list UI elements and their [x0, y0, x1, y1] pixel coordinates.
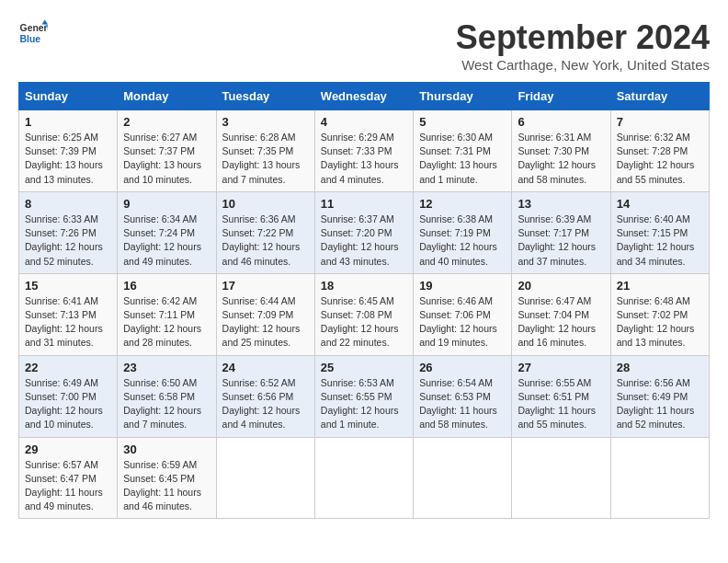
day-info: Sunrise: 6:29 AM Sunset: 7:33 PM Dayligh…: [321, 131, 407, 187]
calendar-cell: 1Sunrise: 6:25 AM Sunset: 7:39 PM Daylig…: [19, 110, 118, 192]
day-info: Sunrise: 6:50 AM Sunset: 6:58 PM Dayligh…: [123, 376, 210, 432]
calendar-cell: 30Sunrise: 6:59 AM Sunset: 6:45 PM Dayli…: [118, 437, 216, 519]
calendar-cell: 24Sunrise: 6:52 AM Sunset: 6:56 PM Dayli…: [216, 355, 314, 437]
day-number: 13: [518, 197, 604, 211]
calendar-cell: [314, 437, 413, 519]
day-info: Sunrise: 6:45 AM Sunset: 7:08 PM Dayligh…: [321, 294, 407, 350]
day-number: 17: [222, 279, 309, 293]
calendar-cell: [216, 437, 314, 519]
calendar-cell: 15Sunrise: 6:41 AM Sunset: 7:13 PM Dayli…: [19, 273, 118, 355]
day-number: 25: [321, 361, 407, 374]
day-info: Sunrise: 6:47 AM Sunset: 7:04 PM Dayligh…: [518, 294, 604, 350]
day-number: 29: [25, 442, 111, 456]
day-number: 14: [617, 197, 703, 211]
day-info: Sunrise: 6:54 AM Sunset: 6:53 PM Dayligh…: [419, 376, 506, 432]
calendar-cell: 27Sunrise: 6:55 AM Sunset: 6:51 PM Dayli…: [512, 355, 610, 437]
day-info: Sunrise: 6:37 AM Sunset: 7:20 PM Dayligh…: [321, 213, 407, 269]
calendar-cell: 25Sunrise: 6:53 AM Sunset: 6:55 PM Dayli…: [314, 355, 413, 437]
calendar-cell: [414, 437, 512, 519]
day-number: 23: [123, 361, 210, 374]
day-number: 9: [123, 197, 210, 211]
day-info: Sunrise: 6:57 AM Sunset: 6:47 PM Dayligh…: [25, 458, 111, 514]
calendar-week-3: 15Sunrise: 6:41 AM Sunset: 7:13 PM Dayli…: [19, 273, 710, 355]
calendar-week-5: 29Sunrise: 6:57 AM Sunset: 6:47 PM Dayli…: [19, 437, 710, 519]
calendar-cell: 14Sunrise: 6:40 AM Sunset: 7:15 PM Dayli…: [610, 191, 709, 273]
day-number: 30: [123, 442, 210, 456]
day-info: Sunrise: 6:34 AM Sunset: 7:24 PM Dayligh…: [123, 213, 210, 269]
calendar-cell: 2Sunrise: 6:27 AM Sunset: 7:37 PM Daylig…: [118, 110, 216, 192]
header-wednesday: Wednesday: [314, 83, 413, 110]
day-info: Sunrise: 6:53 AM Sunset: 6:55 PM Dayligh…: [321, 376, 407, 432]
calendar-cell: 28Sunrise: 6:56 AM Sunset: 6:49 PM Dayli…: [610, 355, 709, 437]
header-sunday: Sunday: [19, 83, 118, 110]
day-info: Sunrise: 6:59 AM Sunset: 6:45 PM Dayligh…: [123, 458, 210, 514]
day-number: 19: [419, 279, 506, 293]
day-info: Sunrise: 6:36 AM Sunset: 7:22 PM Dayligh…: [222, 213, 309, 269]
calendar-cell: 7Sunrise: 6:32 AM Sunset: 7:28 PM Daylig…: [610, 110, 709, 192]
calendar-cell: 23Sunrise: 6:50 AM Sunset: 6:58 PM Dayli…: [118, 355, 216, 437]
calendar-cell: 8Sunrise: 6:33 AM Sunset: 7:26 PM Daylig…: [19, 191, 118, 273]
calendar-cell: 21Sunrise: 6:48 AM Sunset: 7:02 PM Dayli…: [610, 273, 709, 355]
location-subtitle: West Carthage, New York, United States: [456, 57, 710, 73]
calendar-cell: 6Sunrise: 6:31 AM Sunset: 7:30 PM Daylig…: [512, 110, 610, 192]
calendar-cell: [610, 437, 709, 519]
day-number: 7: [617, 115, 703, 129]
calendar-week-4: 22Sunrise: 6:49 AM Sunset: 7:00 PM Dayli…: [19, 355, 710, 437]
calendar-cell: 4Sunrise: 6:29 AM Sunset: 7:33 PM Daylig…: [314, 110, 413, 192]
day-number: 18: [321, 279, 407, 293]
calendar-cell: 3Sunrise: 6:28 AM Sunset: 7:35 PM Daylig…: [216, 110, 314, 192]
day-info: Sunrise: 6:42 AM Sunset: 7:11 PM Dayligh…: [123, 294, 210, 350]
day-info: Sunrise: 6:56 AM Sunset: 6:49 PM Dayligh…: [617, 376, 703, 432]
day-number: 8: [25, 197, 111, 211]
calendar-cell: 18Sunrise: 6:45 AM Sunset: 7:08 PM Dayli…: [314, 273, 413, 355]
title-block: September 2024 West Carthage, New York, …: [456, 18, 710, 73]
calendar-week-2: 8Sunrise: 6:33 AM Sunset: 7:26 PM Daylig…: [19, 191, 710, 273]
day-info: Sunrise: 6:25 AM Sunset: 7:39 PM Dayligh…: [25, 131, 111, 187]
header-monday: Monday: [118, 83, 216, 110]
day-info: Sunrise: 6:40 AM Sunset: 7:15 PM Dayligh…: [617, 213, 703, 269]
calendar-header-row: SundayMondayTuesdayWednesdayThursdayFrid…: [19, 83, 710, 110]
calendar-cell: 13Sunrise: 6:39 AM Sunset: 7:17 PM Dayli…: [512, 191, 610, 273]
day-info: Sunrise: 6:31 AM Sunset: 7:30 PM Dayligh…: [518, 131, 604, 187]
calendar-week-1: 1Sunrise: 6:25 AM Sunset: 7:39 PM Daylig…: [19, 110, 710, 192]
day-number: 5: [419, 115, 506, 129]
day-number: 10: [222, 197, 309, 211]
header-tuesday: Tuesday: [216, 83, 314, 110]
page-header: General Blue September 2024 West Carthag…: [18, 18, 710, 73]
calendar-cell: 26Sunrise: 6:54 AM Sunset: 6:53 PM Dayli…: [414, 355, 512, 437]
day-info: Sunrise: 6:48 AM Sunset: 7:02 PM Dayligh…: [617, 294, 703, 350]
header-friday: Friday: [512, 83, 610, 110]
day-info: Sunrise: 6:28 AM Sunset: 7:35 PM Dayligh…: [222, 131, 309, 187]
day-info: Sunrise: 6:27 AM Sunset: 7:37 PM Dayligh…: [123, 131, 210, 187]
day-info: Sunrise: 6:38 AM Sunset: 7:19 PM Dayligh…: [419, 213, 506, 269]
day-number: 12: [419, 197, 506, 211]
calendar-table: SundayMondayTuesdayWednesdayThursdayFrid…: [18, 82, 710, 519]
day-number: 11: [321, 197, 407, 211]
calendar-cell: 19Sunrise: 6:46 AM Sunset: 7:06 PM Dayli…: [414, 273, 512, 355]
logo-icon: General Blue: [18, 18, 48, 48]
day-info: Sunrise: 6:30 AM Sunset: 7:31 PM Dayligh…: [419, 131, 506, 187]
calendar-cell: 12Sunrise: 6:38 AM Sunset: 7:19 PM Dayli…: [414, 191, 512, 273]
calendar-cell: 17Sunrise: 6:44 AM Sunset: 7:09 PM Dayli…: [216, 273, 314, 355]
calendar-cell: 29Sunrise: 6:57 AM Sunset: 6:47 PM Dayli…: [19, 437, 118, 519]
svg-text:Blue: Blue: [20, 34, 41, 44]
day-number: 28: [617, 361, 703, 374]
header-saturday: Saturday: [610, 83, 709, 110]
day-number: 21: [617, 279, 703, 293]
day-info: Sunrise: 6:32 AM Sunset: 7:28 PM Dayligh…: [617, 131, 703, 187]
svg-text:General: General: [20, 23, 48, 33]
calendar-cell: 10Sunrise: 6:36 AM Sunset: 7:22 PM Dayli…: [216, 191, 314, 273]
day-number: 3: [222, 115, 309, 129]
day-number: 6: [518, 115, 604, 129]
day-info: Sunrise: 6:41 AM Sunset: 7:13 PM Dayligh…: [25, 294, 111, 350]
day-number: 20: [518, 279, 604, 293]
calendar-cell: 5Sunrise: 6:30 AM Sunset: 7:31 PM Daylig…: [414, 110, 512, 192]
day-info: Sunrise: 6:33 AM Sunset: 7:26 PM Dayligh…: [25, 213, 111, 269]
calendar-cell: 11Sunrise: 6:37 AM Sunset: 7:20 PM Dayli…: [314, 191, 413, 273]
day-number: 26: [419, 361, 506, 374]
day-info: Sunrise: 6:39 AM Sunset: 7:17 PM Dayligh…: [518, 213, 604, 269]
day-number: 27: [518, 361, 604, 374]
svg-marker-2: [42, 20, 48, 25]
logo: General Blue: [18, 18, 48, 48]
day-number: 4: [321, 115, 407, 129]
